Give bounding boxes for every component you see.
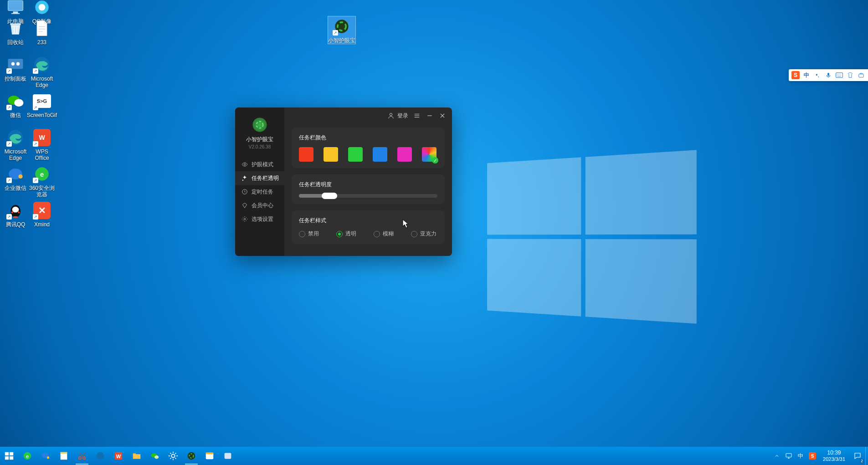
qiye-icon (41, 451, 51, 461)
ime-toolbar[interactable]: S 中 •, (789, 69, 868, 81)
panel-taskbar-style: 任务栏样式 禁用透明模糊亚克力 (292, 210, 445, 244)
svg-rect-29 (859, 74, 864, 77)
color-swatch[interactable]: ✓ (422, 147, 437, 162)
slider-thumb[interactable] (322, 193, 337, 199)
ime-punct-icon[interactable]: •, (813, 71, 822, 79)
taskbar-edge[interactable] (91, 447, 109, 465)
radio-label: 亚克力 (420, 230, 437, 238)
style-radio[interactable]: 亚克力 (411, 230, 437, 238)
login-button[interactable]: 登录 (387, 112, 408, 120)
show-desktop-button[interactable] (865, 447, 868, 465)
svg-point-8 (16, 62, 20, 66)
desktop-icon-wechat[interactable]: ↗ 微信 (2, 91, 29, 118)
ime-keyboard-icon[interactable] (835, 71, 843, 79)
color-swatch[interactable] (299, 147, 313, 162)
panel-title: 任务栏透明度 (299, 181, 437, 189)
ime-lang[interactable]: 中 (802, 71, 811, 79)
desktop-icon-wps[interactable]: W↗ WPS Office (28, 128, 56, 161)
icon-label: 腾讯QQ (6, 221, 26, 228)
desktop-icon-edge[interactable]: ↗ Microsoft Edge (28, 55, 56, 88)
icon-label: WPS Office (28, 148, 56, 161)
note-icon (59, 451, 69, 461)
app-main: 登录 任务栏颜色 ✓ 任务栏透明度 任务 (284, 107, 452, 256)
shortcut-arrow-icon: ↗ (33, 68, 38, 74)
svg-rect-2 (11, 13, 20, 14)
desktop-icon-eyecare[interactable]: ↗ 小智护眼宝 (328, 16, 355, 44)
start-button[interactable] (0, 447, 18, 465)
desktop-icon-360-browser[interactable]: e↗ 360安全浏览器 (28, 164, 56, 198)
radio-dot-icon (299, 231, 305, 237)
style-radio[interactable]: 模糊 (374, 230, 394, 238)
desktop-icon-edge-2[interactable]: ↗ Microsoft Edge (2, 128, 29, 161)
taskbar-eyecare[interactable] (182, 447, 200, 465)
nav-vip[interactable]: 会员中心 (235, 199, 284, 212)
icon-label: 回收站 (7, 39, 24, 46)
shortcut-arrow-icon: ↗ (33, 178, 38, 183)
tray-sogou[interactable]: S (806, 447, 818, 465)
style-radio[interactable]: 禁用 (299, 230, 319, 238)
taskbar-app-1[interactable] (200, 447, 219, 465)
color-swatch[interactable] (348, 147, 363, 162)
panel-title: 任务栏样式 (299, 217, 437, 225)
desktop-icon-qiye-wechat[interactable]: ↗ 企业微信 (2, 164, 29, 191)
desktop-icon-screentogif[interactable]: S>G↗ ScreenToGif (28, 91, 56, 118)
svg-point-7 (11, 62, 15, 66)
color-swatch[interactable] (373, 147, 387, 162)
color-swatch[interactable] (397, 147, 412, 162)
taskbar-wechat[interactable] (146, 447, 164, 465)
login-label: 登录 (397, 112, 408, 120)
svg-rect-27 (827, 73, 829, 76)
tray-monitor[interactable] (783, 447, 795, 465)
tray-ime-lang[interactable]: 中 (795, 447, 806, 465)
desktop-icon-xmind[interactable]: ✕↗ Xmind (28, 200, 56, 228)
svg-rect-39 (61, 452, 67, 454)
nav-timer[interactable]: 定时任务 (235, 185, 284, 199)
taskbar-explorer[interactable] (128, 447, 146, 465)
desktop-icon-qq[interactable]: ↗ 腾讯QQ (2, 200, 29, 228)
taskbar-qiye-wechat[interactable] (36, 447, 55, 465)
browser-icon: e (22, 451, 32, 461)
nav-taskbar-transparent[interactable]: 任务栏透明 (235, 171, 284, 185)
desktop-icon-233[interactable]: 233 (28, 18, 56, 46)
taskbar-360-browser[interactable]: e (18, 447, 36, 465)
nav-eye-mode[interactable]: 护眼模式 (235, 158, 284, 171)
shortcut-arrow-icon: ↗ (6, 214, 12, 220)
tray-chevron-up[interactable] (771, 447, 783, 465)
svg-rect-33 (10, 456, 13, 460)
style-radio[interactable]: 透明 (336, 230, 356, 238)
close-button[interactable] (438, 112, 447, 120)
ime-skin-icon[interactable] (846, 71, 854, 79)
opacity-slider[interactable] (299, 194, 437, 198)
sparkle-icon (241, 175, 248, 181)
color-swatch[interactable] (324, 147, 338, 162)
desktop-icon-control-panel[interactable]: ↗ 控制面板 (2, 55, 29, 82)
taskbar-snipping[interactable] (73, 447, 91, 465)
edge-icon (95, 451, 105, 461)
windows-start-icon (4, 451, 14, 461)
ime-toolbox-icon[interactable] (857, 71, 865, 79)
desktop-icon-recycle-bin[interactable]: 回收站 (2, 18, 29, 46)
taskbar-app-2[interactable] (219, 447, 237, 465)
taskbar-screentogif[interactable] (55, 447, 73, 465)
action-center[interactable]: 2 (850, 447, 865, 465)
taskbar-wps[interactable]: W (109, 447, 128, 465)
close-icon (439, 112, 446, 119)
nav-label: 会员中心 (252, 202, 273, 210)
taskbar-clock[interactable]: 10:39 2023/3/31 (818, 450, 850, 462)
icon-label: Xmind (34, 221, 50, 228)
scissors-icon (77, 451, 87, 461)
menu-button[interactable] (413, 112, 421, 120)
icon-label: 360安全浏览器 (28, 185, 56, 198)
icon-label: Microsoft Edge (28, 76, 56, 88)
icon-label: 233 (37, 39, 46, 46)
nav-settings[interactable]: 选项设置 (235, 212, 284, 226)
minimize-button[interactable] (426, 112, 434, 120)
radio-dot-icon (336, 231, 343, 237)
svg-point-42 (97, 452, 104, 460)
ime-sogou-icon[interactable]: S (791, 71, 800, 79)
taskbar-settings[interactable] (164, 447, 182, 465)
ime-voice-icon[interactable] (824, 71, 832, 79)
taskbar-left: e W (0, 447, 237, 465)
window-icon (205, 451, 215, 461)
svg-rect-51 (206, 453, 214, 455)
